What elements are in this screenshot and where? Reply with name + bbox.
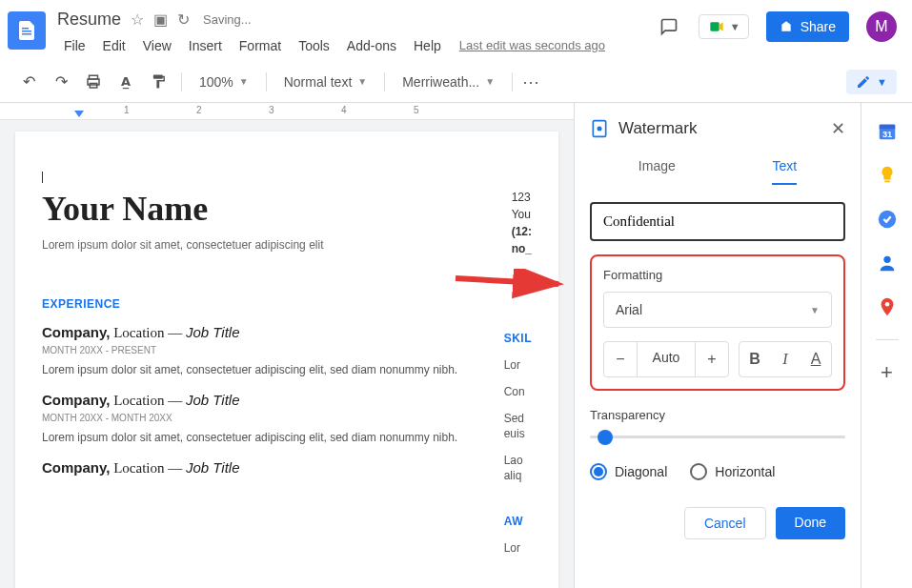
account-avatar[interactable]: M bbox=[866, 11, 897, 42]
share-button[interactable]: Share bbox=[766, 11, 849, 42]
tab-image[interactable]: Image bbox=[638, 158, 676, 185]
panel-title: Watermark bbox=[618, 119, 821, 138]
menu-insert[interactable]: Insert bbox=[182, 34, 229, 57]
tab-text[interactable]: Text bbox=[772, 158, 797, 185]
svg-line-16 bbox=[456, 278, 558, 284]
transparency-label: Transparency bbox=[590, 408, 845, 422]
menu-addons[interactable]: Add-ons bbox=[340, 34, 403, 57]
orientation-horizontal[interactable]: Horizontal bbox=[690, 463, 775, 480]
undo-icon[interactable]: ↶ bbox=[15, 69, 42, 95]
svg-rect-0 bbox=[22, 30, 31, 32]
svg-point-14 bbox=[883, 256, 890, 263]
bold-button[interactable]: B bbox=[740, 342, 770, 376]
watermark-panel-icon bbox=[590, 119, 609, 138]
formatting-section: Formatting Arial▼ − Auto + B I A bbox=[590, 254, 845, 391]
job2-heading[interactable]: Company, Location — Job Title bbox=[42, 392, 532, 409]
menu-edit[interactable]: Edit bbox=[96, 34, 132, 57]
cancel-button[interactable]: Cancel bbox=[684, 507, 766, 539]
docs-logo[interactable] bbox=[8, 11, 46, 50]
move-icon[interactable]: ▣ bbox=[153, 10, 168, 29]
svg-rect-1 bbox=[22, 33, 31, 35]
size-value[interactable]: Auto bbox=[637, 342, 696, 376]
menu-help[interactable]: Help bbox=[407, 34, 448, 57]
paint-format-icon[interactable] bbox=[145, 69, 172, 95]
menu-tools[interactable]: Tools bbox=[292, 34, 336, 57]
svg-rect-2 bbox=[22, 28, 29, 30]
last-edit-link[interactable]: Last edit was seconds ago bbox=[459, 34, 605, 57]
watermark-text-input[interactable] bbox=[590, 202, 845, 241]
svg-text:31: 31 bbox=[882, 130, 891, 139]
font-size-stepper: − Auto + bbox=[603, 341, 729, 377]
style-select[interactable]: Normal text▼ bbox=[276, 69, 375, 95]
done-button[interactable]: Done bbox=[776, 507, 845, 539]
close-icon[interactable]: ✕ bbox=[831, 118, 845, 139]
toolbar-more-icon[interactable]: ⋯ bbox=[522, 71, 540, 92]
addons-plus-icon[interactable]: + bbox=[876, 361, 899, 384]
orientation-diagonal[interactable]: Diagonal bbox=[590, 463, 667, 480]
document-canvas[interactable]: 1 2 3 4 5 ent Your Name Lorem ipsum dolo… bbox=[0, 103, 575, 588]
cloud-sync-icon: ↻ bbox=[177, 10, 190, 29]
watermark-font-select[interactable]: Arial▼ bbox=[603, 292, 832, 328]
italic-button[interactable]: I bbox=[770, 342, 801, 376]
ruler[interactable]: 1 2 3 4 5 bbox=[0, 103, 574, 120]
document-title[interactable]: Resume bbox=[57, 10, 121, 30]
star-icon[interactable]: ☆ bbox=[131, 10, 144, 29]
svg-rect-12 bbox=[884, 181, 890, 183]
job1-heading[interactable]: Company, Location — Job Title bbox=[42, 324, 532, 341]
tasks-icon[interactable] bbox=[876, 208, 899, 231]
menu-format[interactable]: Format bbox=[233, 34, 288, 57]
svg-rect-3 bbox=[710, 22, 719, 30]
font-select[interactable]: Merriweath...▼ bbox=[395, 69, 502, 95]
menu-view[interactable]: View bbox=[136, 34, 178, 57]
menu-file[interactable]: File bbox=[57, 34, 92, 57]
redo-icon[interactable]: ↷ bbox=[48, 69, 74, 95]
contacts-icon[interactable] bbox=[876, 252, 899, 274]
text-color-button[interactable]: A bbox=[801, 342, 831, 376]
size-decrease-button[interactable]: − bbox=[604, 342, 637, 376]
watermark-panel: Watermark ✕ Image Text Formatting Arial▼… bbox=[575, 103, 861, 588]
svg-point-8 bbox=[598, 127, 602, 132]
saving-status: Saving... bbox=[203, 12, 252, 27]
maps-icon[interactable] bbox=[876, 295, 899, 318]
svg-rect-10 bbox=[879, 125, 895, 130]
annotation-arrow bbox=[454, 269, 578, 299]
tagline-text[interactable]: Lorem ipsum dolor sit amet, consectetuer… bbox=[42, 238, 532, 252]
spellcheck-icon[interactable]: A̲ bbox=[112, 69, 139, 95]
transparency-slider[interactable] bbox=[590, 436, 845, 438]
comments-icon[interactable] bbox=[657, 14, 681, 39]
print-icon[interactable] bbox=[80, 69, 107, 95]
heading-name[interactable]: Your Name bbox=[42, 189, 532, 229]
keep-icon[interactable] bbox=[876, 164, 899, 187]
calendar-icon[interactable]: 31 bbox=[876, 120, 899, 143]
zoom-select[interactable]: 100%▼ bbox=[192, 69, 256, 95]
job3-heading[interactable]: Company, Location — Job Title bbox=[42, 459, 532, 476]
svg-point-15 bbox=[884, 302, 889, 307]
section-experience[interactable]: EXPERIENCE bbox=[42, 297, 532, 311]
editing-mode-button[interactable]: ▼ bbox=[846, 70, 897, 94]
contact-info[interactable]: 123You(12:no_ bbox=[512, 189, 532, 257]
meet-button[interactable]: ▼ bbox=[699, 14, 749, 39]
size-increase-button[interactable]: + bbox=[696, 342, 728, 376]
